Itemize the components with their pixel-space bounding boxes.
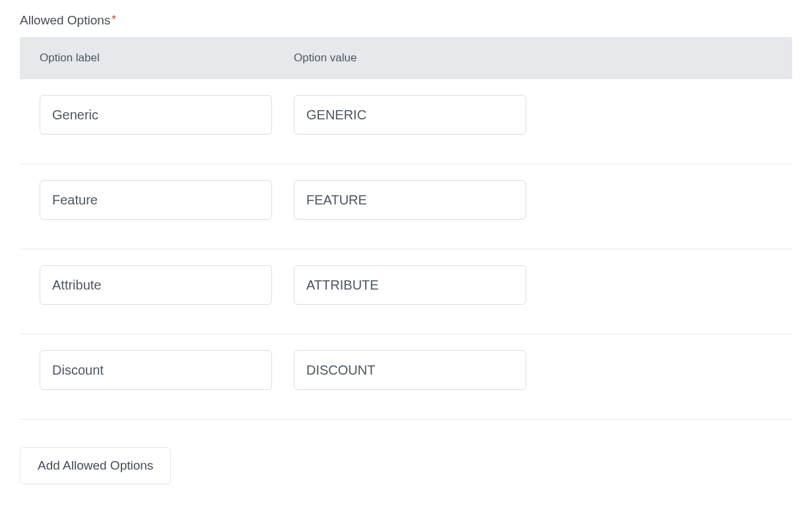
required-asterisk: * <box>112 13 116 26</box>
section-title: Allowed Options* <box>20 13 792 28</box>
option-value-input[interactable] <box>294 95 526 135</box>
header-option-label: Option label <box>40 51 294 65</box>
option-row <box>20 79 792 164</box>
option-label-input[interactable] <box>40 180 272 220</box>
table-header: Option label Option value <box>20 37 792 79</box>
option-label-input[interactable] <box>40 265 272 305</box>
option-label-input[interactable] <box>40 350 272 390</box>
option-row <box>20 249 792 334</box>
option-row <box>20 164 792 249</box>
add-allowed-options-button[interactable]: Add Allowed Options <box>20 447 171 484</box>
add-button-container: Add Allowed Options <box>20 419 792 484</box>
section-title-text: Allowed Options <box>20 13 110 27</box>
option-value-input[interactable] <box>294 180 526 220</box>
option-value-input[interactable] <box>294 350 526 390</box>
option-row <box>20 334 792 419</box>
option-label-input[interactable] <box>40 95 272 135</box>
header-option-value: Option value <box>294 51 772 65</box>
table-body <box>20 79 792 419</box>
option-value-input[interactable] <box>294 265 526 305</box>
allowed-options-table: Option label Option value <box>20 37 792 419</box>
